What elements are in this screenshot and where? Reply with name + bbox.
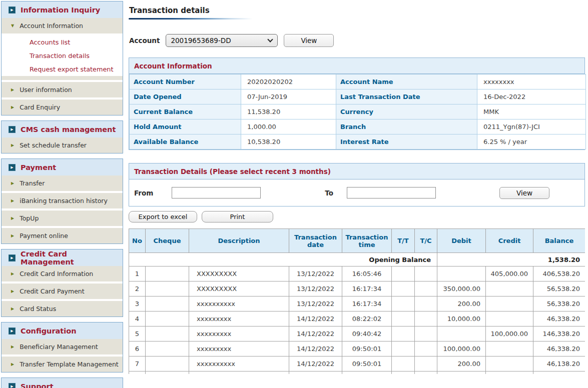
tc-cell — [415, 282, 437, 296]
sidebar-item-topup[interactable]: TopUp — [2, 210, 123, 226]
sidebar-link-transaction-details[interactable]: Transaction details — [2, 49, 123, 62]
debit-cell: 350,000.00 — [437, 282, 486, 296]
nav-section-information-inquiry: Information Inquiry Account Information … — [1, 1, 123, 116]
date-cell: 14/12/2022 — [289, 312, 342, 326]
sidebar-link-request-export-statement[interactable]: Request export statement — [2, 62, 123, 76]
sidebar-item-transfer-template-management[interactable]: Transfer Template Management — [2, 356, 123, 372]
description-cell: xxxxxxxxxx — [189, 356, 289, 372]
account-information-title: Account Information — [129, 58, 584, 74]
col-header-transaction-time: Transaction time — [342, 229, 392, 253]
col-header-description: Description — [189, 229, 289, 253]
nav-header-credit-card-management[interactable]: Credit Card Management — [2, 250, 123, 266]
sidebar-item-credit-card-payment[interactable]: Credit Card Payment — [2, 284, 123, 299]
date-cell: 14/12/2022 — [289, 342, 342, 356]
sidebar-item-card-status[interactable]: Card Status — [2, 301, 123, 316]
sidebar-item-label: Beneficiary Management — [20, 343, 98, 350]
cell — [533, 372, 585, 374]
cheque-cell — [146, 356, 189, 372]
sidebar-item-label: Set schedule transfer — [20, 142, 87, 149]
col-header-credit: Credit — [486, 229, 533, 253]
credit-cell: 100,000.00 — [486, 326, 533, 342]
sidebar-item-label: Transfer — [20, 180, 45, 187]
info-value: 11,538.20 — [241, 104, 336, 120]
info-label: Last Transaction Date — [336, 90, 477, 104]
account-select[interactable]: 20019653689-DD — [166, 34, 278, 47]
info-label: Hold Amount — [130, 120, 241, 134]
nav-header-configuration[interactable]: Configuration — [2, 322, 123, 339]
nav-header-cms-cash-management[interactable]: CMS cash management — [2, 121, 123, 138]
cell — [129, 372, 146, 374]
no-cell: 3 — [129, 296, 146, 312]
credit-cell: 405,000.00 — [486, 266, 533, 282]
sidebar-link-accounts-list[interactable]: Accounts list — [2, 36, 123, 49]
description-cell: XXXXXXXXX — [189, 266, 289, 282]
nav-section-payment: Payment Transfer iBanking transaction hi… — [1, 158, 123, 244]
col-header-cheque: Cheque — [146, 229, 189, 253]
transaction-details-panel: Transaction Details (Please select recen… — [129, 163, 585, 206]
col-header-balance: Balance — [533, 229, 585, 253]
transactions-table: No Cheque Description Transaction date T… — [129, 228, 585, 374]
title-underline — [129, 18, 253, 20]
debit-cell — [437, 326, 486, 342]
sidebar-item-set-schedule-transfer[interactable]: Set schedule transfer — [2, 138, 123, 153]
main-content: Transaction details Account 20019653689-… — [129, 0, 585, 388]
sidebar-item-label: iBanking transaction history — [20, 197, 108, 204]
tt-cell — [392, 282, 415, 296]
sidebar-item-label: Payment online — [20, 232, 68, 240]
nav-divider — [2, 76, 123, 80]
section-arrow-icon — [9, 328, 16, 334]
info-value: 10,538.20 — [241, 134, 336, 150]
chevron-right-icon — [11, 181, 14, 186]
table-row: Date Opened 07-Jun-2019 Last Transaction… — [130, 90, 586, 104]
sidebar-item-card-enquiry[interactable]: Card Enquiry — [2, 100, 123, 115]
balance-cell: 56,538.20 — [533, 282, 585, 296]
sidebar-item-credit-card-information[interactable]: Credit Card Information — [2, 266, 123, 282]
table-row: 2 XXXXXXXXX 13/12/2022 16:17:34 350,000.… — [129, 282, 585, 296]
description-cell: xxxxxxxxx — [189, 312, 289, 326]
cheque-cell — [146, 296, 189, 312]
nav-section-title: Payment — [21, 164, 56, 172]
nav-section-title: Credit Card Management — [21, 250, 123, 266]
filter-view-button[interactable]: View — [499, 187, 549, 199]
nav-header-payment[interactable]: Payment — [2, 159, 123, 176]
chevron-right-icon — [11, 344, 14, 349]
sidebar-item-user-information[interactable]: User information — [2, 82, 123, 98]
from-date-input[interactable] — [172, 187, 261, 198]
export-to-excel-button[interactable]: Export to excel — [129, 211, 197, 222]
sidebar-item-account-information[interactable]: Account Information — [2, 18, 123, 34]
opening-balance-row: Opening Balance 1,538.20 — [129, 253, 585, 266]
nav-header-information-inquiry[interactable]: Information Inquiry — [2, 2, 123, 18]
cell — [146, 372, 189, 374]
sidebar-item-payment-online[interactable]: Payment online — [2, 228, 123, 244]
credit-cell — [486, 312, 533, 326]
date-cell: 13/12/2022 — [289, 282, 342, 296]
col-header-no: No — [129, 229, 146, 253]
account-information-panel: Account Information Account Number 20202… — [129, 58, 585, 150]
from-label: From — [134, 189, 153, 197]
print-button[interactable]: Print — [202, 211, 273, 222]
nav-header-support[interactable]: Support — [2, 378, 123, 388]
tc-cell — [415, 312, 437, 326]
nav-section-title: CMS cash management — [21, 126, 116, 134]
sidebar-item-transfer[interactable]: Transfer — [2, 176, 123, 191]
page-title: Transaction details — [129, 6, 585, 15]
cell — [342, 372, 392, 374]
info-label: Available Balance — [130, 134, 241, 150]
info-label: Account Name — [336, 74, 477, 90]
to-date-input[interactable] — [347, 187, 436, 198]
table-row: Available Balance 10,538.20 Interest Rat… — [130, 134, 586, 150]
chevron-right-icon — [11, 216, 14, 220]
table-row-partial — [129, 372, 585, 374]
table-row: 4 xxxxxxxxx 14/12/2022 08:22:02 10,000.0… — [129, 312, 585, 326]
info-label: Interest Rate — [336, 134, 477, 150]
sidebar-item-ibanking-transaction-history[interactable]: iBanking transaction history — [2, 193, 123, 208]
nav-section-title: Support — [21, 382, 54, 388]
time-cell: 09:50:01 — [342, 342, 392, 356]
table-header-row: No Cheque Description Transaction date T… — [129, 229, 585, 253]
table-row: Hold Amount 1,000.00 Branch 0211_Ygn(87)… — [130, 120, 586, 134]
section-arrow-icon — [9, 6, 16, 14]
account-view-button[interactable]: View — [284, 34, 334, 47]
sidebar-item-beneficiary-management[interactable]: Beneficiary Management — [2, 339, 123, 354]
no-cell: 1 — [129, 266, 146, 282]
transactions-table-container: No Cheque Description Transaction date T… — [129, 228, 585, 374]
